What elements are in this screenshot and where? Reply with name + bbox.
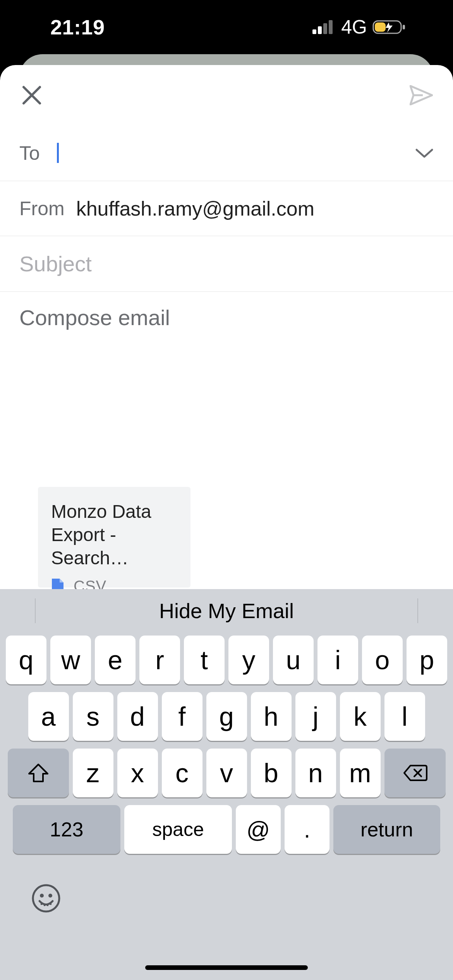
key-k[interactable]: k: [340, 692, 381, 741]
cellular-signal-icon: [312, 20, 335, 34]
attachment-chip[interactable]: Monzo Data Export - Search… CSV: [38, 487, 190, 588]
clock: 21:19: [50, 15, 105, 39]
keyboard-row-4: 123 space @ . return: [3, 805, 450, 854]
to-field-row[interactable]: To: [0, 125, 453, 181]
text-caret: [57, 143, 59, 163]
subject-input[interactable]: Subject: [19, 251, 92, 276]
keyboard-row-2: a s d f g h j k l: [3, 692, 450, 741]
to-label: To: [19, 142, 40, 164]
from-label: From: [19, 197, 65, 220]
svg-rect-2: [323, 23, 327, 34]
key-l[interactable]: l: [384, 692, 425, 741]
close-button[interactable]: [19, 83, 44, 108]
keyboard-row-1: q w e r t y u i o p: [3, 636, 450, 684]
body-input[interactable]: Compose email: [19, 305, 170, 330]
key-f[interactable]: f: [162, 692, 202, 741]
body-area[interactable]: Compose email: [0, 292, 453, 343]
from-email: khuffash.ramy@gmail.com: [76, 197, 314, 220]
suggestion-separator: [35, 598, 36, 623]
from-field-row[interactable]: From khuffash.ramy@gmail.com: [0, 181, 453, 236]
key-m[interactable]: m: [340, 749, 381, 797]
key-h[interactable]: h: [251, 692, 292, 741]
svg-rect-3: [329, 20, 333, 34]
home-indicator[interactable]: [145, 965, 308, 970]
key-w[interactable]: w: [50, 636, 91, 684]
send-icon: [410, 85, 433, 105]
key-e[interactable]: e: [95, 636, 136, 684]
keyboard-row-3: z x c v b n m: [3, 749, 450, 797]
key-dot[interactable]: .: [285, 805, 329, 854]
key-space[interactable]: space: [124, 805, 232, 854]
svg-rect-6: [403, 25, 405, 29]
key-s[interactable]: s: [73, 692, 113, 741]
key-b[interactable]: b: [251, 749, 292, 797]
keyboard-bottom-row: [0, 862, 453, 935]
key-o[interactable]: o: [362, 636, 403, 684]
svg-rect-1: [318, 26, 322, 34]
key-123[interactable]: 123: [13, 805, 120, 854]
key-shift[interactable]: [8, 749, 69, 797]
close-icon: [22, 86, 41, 105]
key-r[interactable]: r: [139, 636, 180, 684]
key-return[interactable]: return: [333, 805, 440, 854]
key-y[interactable]: y: [228, 636, 269, 684]
shift-icon: [27, 763, 49, 783]
send-button[interactable]: [409, 83, 434, 108]
suggestion-hide-my-email[interactable]: Hide My Email: [159, 599, 294, 623]
key-j[interactable]: j: [295, 692, 336, 741]
key-u[interactable]: u: [273, 636, 314, 684]
to-input[interactable]: [57, 143, 434, 164]
key-v[interactable]: v: [206, 749, 247, 797]
svg-rect-5: [375, 22, 386, 32]
svg-point-8: [33, 885, 59, 911]
key-t[interactable]: t: [184, 636, 225, 684]
suggestion-separator: [417, 598, 418, 623]
status-indicators: 4G: [312, 16, 407, 38]
network-type: 4G: [341, 16, 367, 38]
emoji-button[interactable]: [31, 883, 61, 913]
key-backspace[interactable]: [384, 749, 446, 797]
battery-charging-icon: [372, 19, 407, 35]
chevron-down-icon: [415, 147, 434, 159]
svg-point-10: [48, 894, 52, 898]
backspace-icon: [403, 764, 427, 782]
key-c[interactable]: c: [162, 749, 202, 797]
key-at[interactable]: @: [236, 805, 281, 854]
attachment-filename: Monzo Data Export - Search…: [51, 500, 177, 570]
compose-sheet: To From khuffash.ramy@gmail.com Subject …: [0, 65, 453, 980]
key-z[interactable]: z: [73, 749, 113, 797]
key-q[interactable]: q: [6, 636, 46, 684]
key-n[interactable]: n: [295, 749, 336, 797]
status-bar: 21:19 4G: [0, 0, 453, 54]
expand-recipients-button[interactable]: [415, 147, 434, 159]
key-p[interactable]: p: [407, 636, 447, 684]
emoji-icon: [31, 883, 61, 913]
svg-point-9: [40, 894, 44, 898]
subject-field-row[interactable]: Subject: [0, 236, 453, 292]
key-x[interactable]: x: [117, 749, 158, 797]
key-a[interactable]: a: [28, 692, 69, 741]
svg-rect-0: [312, 29, 316, 34]
key-i[interactable]: i: [317, 636, 358, 684]
key-d[interactable]: d: [117, 692, 158, 741]
compose-header: [0, 65, 453, 125]
keyboard-suggestion-bar: Hide My Email: [0, 589, 453, 632]
key-g[interactable]: g: [206, 692, 247, 741]
keyboard: Hide My Email q w e r t y u i o p a s d …: [0, 589, 453, 980]
